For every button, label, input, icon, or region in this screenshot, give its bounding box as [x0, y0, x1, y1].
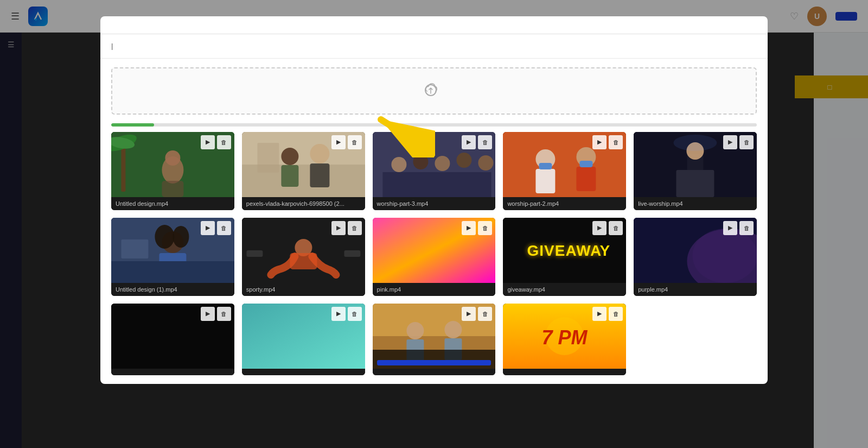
- svg-point-5: [165, 150, 180, 166]
- svg-point-58: [406, 322, 424, 339]
- upload-zone[interactable]: [111, 67, 757, 115]
- storage-progress-fill: [111, 123, 154, 127]
- video-controls: ▶ 🗑: [462, 221, 492, 235]
- delete-button[interactable]: 🗑: [739, 135, 754, 149]
- video-name: pink.mp4: [373, 283, 496, 296]
- upload-cloud-icon: [421, 79, 441, 103]
- play-button[interactable]: ▶: [331, 307, 346, 321]
- svg-rect-6: [121, 143, 125, 192]
- video-controls: ▶ 🗑: [462, 307, 492, 321]
- delete-button[interactable]: 🗑: [739, 221, 754, 235]
- video-controls: ▶ 🗑: [331, 307, 362, 321]
- svg-point-19: [435, 156, 450, 171]
- play-button[interactable]: ▶: [331, 135, 346, 149]
- delete-button[interactable]: 🗑: [348, 135, 362, 149]
- delete-button[interactable]: 🗑: [348, 221, 362, 235]
- video-thumbnail: ▶ 🗑: [242, 304, 365, 369]
- play-button[interactable]: ▶: [462, 221, 476, 235]
- video-controls: ▶ 🗑: [201, 135, 231, 149]
- svg-rect-26: [539, 163, 552, 169]
- video-thumbnail: ▶ 🗑: [373, 132, 496, 197]
- delete-button[interactable]: 🗑: [217, 221, 231, 235]
- svg-rect-15: [310, 163, 329, 187]
- play-button[interactable]: ▶: [592, 221, 607, 235]
- list-item[interactable]: ▶ 🗑 pink.mp4: [373, 218, 496, 296]
- svg-rect-45: [246, 250, 263, 257]
- play-button[interactable]: ▶: [331, 221, 346, 235]
- play-button[interactable]: ▶: [462, 307, 476, 321]
- video-controls: ▶ 🗑: [592, 135, 623, 149]
- svg-rect-13: [281, 165, 298, 187]
- svg-point-60: [444, 321, 462, 338]
- modal-overlay[interactable]: |: [0, 0, 868, 448]
- video-name: pexels-vlada-karpovich-6998500 (2...: [242, 197, 365, 210]
- encode-overlay: [373, 350, 496, 369]
- delete-button[interactable]: 🗑: [609, 221, 623, 235]
- video-name: live-worship.mp4: [634, 197, 757, 210]
- video-thumbnail: ▶ 🗑: [242, 218, 365, 283]
- delete-button[interactable]: 🗑: [609, 135, 623, 149]
- list-item[interactable]: ▶ 🗑: [373, 304, 496, 375]
- play-button[interactable]: ▶: [723, 135, 737, 149]
- delete-button[interactable]: 🗑: [478, 307, 492, 321]
- video-thumbnail: 7 PM ▶ 🗑: [503, 304, 626, 369]
- svg-rect-40: [111, 261, 234, 283]
- list-item[interactable]: ▶ 🗑 purple.mp4: [634, 218, 757, 296]
- list-item[interactable]: 7 PM ▶ 🗑: [503, 304, 626, 375]
- encode-button[interactable]: [377, 360, 492, 365]
- delete-button[interactable]: 🗑: [348, 307, 362, 321]
- video-name: [111, 369, 234, 375]
- play-button[interactable]: ▶: [201, 135, 215, 149]
- list-item[interactable]: ▶ 🗑 live-worship.mp4: [634, 132, 757, 210]
- delete-button[interactable]: 🗑: [217, 307, 231, 321]
- list-item[interactable]: ▶ 🗑 Untitled design (1).mp4: [111, 218, 234, 296]
- modal-header: [100, 16, 768, 34]
- list-item[interactable]: ▶ 🗑: [242, 304, 365, 375]
- list-item[interactable]: ▶ 🗑 worship-part-3.mp4: [373, 132, 496, 210]
- video-thumbnail: ▶ 🗑: [111, 132, 234, 197]
- video-thumbnail: ▶ 🗑: [242, 132, 365, 197]
- svg-text:Y: Y: [600, 242, 611, 259]
- svg-point-38: [155, 225, 174, 249]
- delete-button[interactable]: 🗑: [478, 135, 492, 149]
- play-button[interactable]: ▶: [592, 135, 607, 149]
- video-controls: ▶ 🗑: [592, 307, 623, 321]
- svg-rect-22: [382, 172, 491, 197]
- play-button[interactable]: ▶: [201, 307, 215, 321]
- list-item[interactable]: ▶ 🗑 Untitled design.mp4: [111, 132, 234, 210]
- video-controls: ▶ 🗑: [462, 135, 492, 149]
- modal-info: |: [100, 34, 768, 59]
- delete-button[interactable]: 🗑: [609, 307, 623, 321]
- video-controls: ▶ 🗑: [723, 221, 754, 235]
- storage-bar-container: [100, 123, 768, 132]
- delete-button[interactable]: 🗑: [478, 221, 492, 235]
- svg-point-39: [173, 226, 189, 248]
- video-grid: ▶ 🗑 Untitled design.mp4: [100, 132, 768, 384]
- svg-rect-29: [580, 161, 593, 167]
- svg-point-34: [674, 135, 717, 151]
- svg-rect-33: [676, 170, 714, 197]
- play-button[interactable]: ▶: [592, 307, 607, 321]
- video-name: worship-part-3.mp4: [373, 197, 496, 210]
- play-button[interactable]: ▶: [462, 135, 476, 149]
- video-thumbnail: ▶ 🗑: [111, 304, 234, 369]
- list-item[interactable]: GIVEAWA Y ▶ 🗑 giveaway.mp4: [503, 218, 626, 296]
- video-thumbnail: ▶ 🗑: [373, 304, 496, 369]
- svg-rect-25: [536, 169, 556, 193]
- video-thumbnail: ▶ 🗑: [634, 218, 757, 283]
- play-button[interactable]: ▶: [723, 221, 737, 235]
- svg-rect-41: [121, 239, 148, 258]
- play-button[interactable]: ▶: [201, 221, 215, 235]
- video-name: sporty.mp4: [242, 283, 365, 296]
- list-item[interactable]: ▶ 🗑: [111, 304, 234, 375]
- list-item[interactable]: ▶ 🗑 sporty.mp4: [242, 218, 365, 296]
- video-name: purple.mp4: [634, 283, 757, 296]
- svg-text:7 PM: 7 PM: [542, 326, 588, 349]
- video-name: Untitled design.mp4: [111, 197, 234, 210]
- video-thumbnail: ▶ 🗑: [111, 218, 234, 283]
- list-item[interactable]: ▶ 🗑 worship-part-2.mp4: [503, 132, 626, 210]
- list-item[interactable]: ▶ 🗑 pexels-vlada-karpovich-6998500 (2...: [242, 132, 365, 210]
- video-thumbnail: ▶ 🗑: [503, 132, 626, 197]
- delete-button[interactable]: 🗑: [217, 135, 231, 149]
- video-thumbnail: ▶ 🗑: [373, 218, 496, 283]
